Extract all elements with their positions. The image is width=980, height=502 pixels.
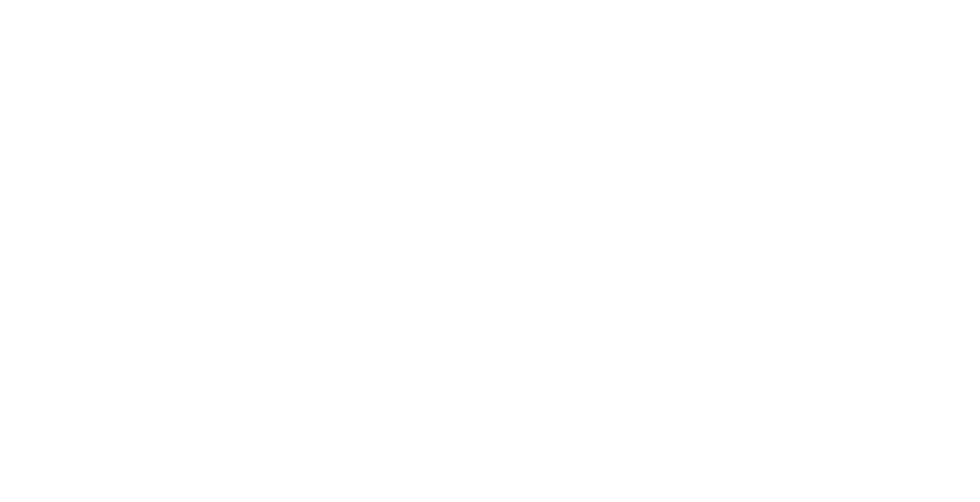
arrows-svg bbox=[0, 0, 980, 502]
diagram bbox=[0, 0, 980, 502]
